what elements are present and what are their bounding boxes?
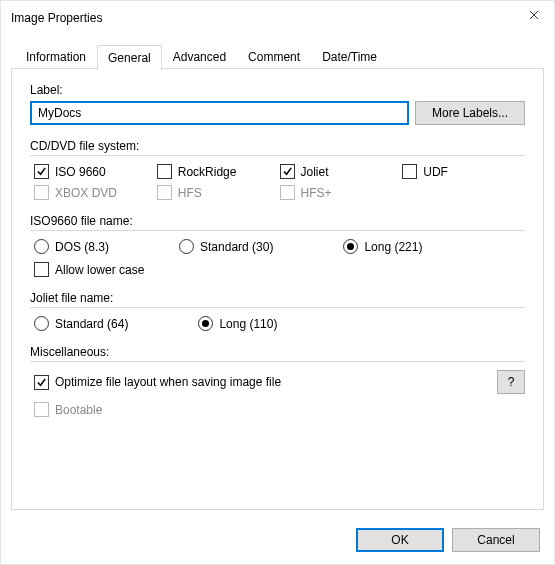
- isoname-group: ISO9660 file name: DOS (8.3) Standard (3…: [30, 214, 525, 277]
- tab-datetime[interactable]: Date/Time: [311, 45, 388, 69]
- tabpage-general: Label: More Labels... CD/DVD file system…: [11, 69, 544, 510]
- radio-iso-dos[interactable]: DOS (8.3): [34, 239, 109, 254]
- checkbox-iso9660[interactable]: ISO 9660: [34, 164, 157, 179]
- checkbox-hfs: HFS: [157, 185, 280, 200]
- radio-joliet-long[interactable]: Long (110): [198, 316, 277, 331]
- close-icon: [529, 10, 539, 20]
- checkbox-joliet-label: Joliet: [301, 165, 329, 179]
- checkbox-bootable-label: Bootable: [55, 403, 102, 417]
- filesystem-group: CD/DVD file system: ISO 9660 RockRidge J…: [30, 139, 525, 200]
- radio-joliet-standard-label: Standard (64): [55, 317, 128, 331]
- misc-group: Miscellaneous: Optimize file layout when…: [30, 345, 525, 417]
- dialog-footer: OK Cancel: [1, 520, 554, 564]
- label-caption: Label:: [30, 83, 525, 97]
- tabstrip: Information General Advanced Comment Dat…: [1, 35, 554, 69]
- checkbox-allow-lowercase-label: Allow lower case: [55, 263, 144, 277]
- checkbox-udf-label: UDF: [423, 165, 448, 179]
- help-button[interactable]: ?: [497, 370, 525, 394]
- checkbox-hfsplus: HFS+: [280, 185, 403, 200]
- tab-general[interactable]: General: [97, 45, 162, 70]
- label-section: Label: More Labels...: [30, 83, 525, 125]
- tab-information[interactable]: Information: [15, 45, 97, 69]
- radio-joliet-long-label: Long (110): [219, 317, 277, 331]
- radio-iso-standard[interactable]: Standard (30): [179, 239, 273, 254]
- window-title: Image Properties: [11, 11, 102, 25]
- checkbox-optimize[interactable]: Optimize file layout when saving image f…: [34, 375, 281, 390]
- checkbox-xboxdvd: XBOX DVD: [34, 185, 157, 200]
- radio-joliet-standard[interactable]: Standard (64): [34, 316, 128, 331]
- tab-advanced[interactable]: Advanced: [162, 45, 237, 69]
- checkbox-rockridge-label: RockRidge: [178, 165, 237, 179]
- checkbox-hfs-label: HFS: [178, 186, 202, 200]
- checkbox-udf[interactable]: UDF: [402, 164, 525, 179]
- checkbox-optimize-label: Optimize file layout when saving image f…: [55, 375, 281, 389]
- checkbox-xboxdvd-label: XBOX DVD: [55, 186, 117, 200]
- cancel-button[interactable]: Cancel: [452, 528, 540, 552]
- radio-iso-long-label: Long (221): [364, 240, 422, 254]
- titlebar: Image Properties: [1, 1, 554, 35]
- tab-comment[interactable]: Comment: [237, 45, 311, 69]
- isoname-title: ISO9660 file name:: [30, 214, 525, 228]
- checkbox-iso9660-label: ISO 9660: [55, 165, 106, 179]
- filesystem-title: CD/DVD file system:: [30, 139, 525, 153]
- checkbox-joliet[interactable]: Joliet: [280, 164, 403, 179]
- label-input[interactable]: [30, 101, 409, 125]
- radio-iso-standard-label: Standard (30): [200, 240, 273, 254]
- checkbox-hfsplus-label: HFS+: [301, 186, 332, 200]
- close-button[interactable]: [514, 1, 554, 29]
- jolietname-title: Joliet file name:: [30, 291, 525, 305]
- ok-button[interactable]: OK: [356, 528, 444, 552]
- checkbox-allow-lowercase[interactable]: Allow lower case: [34, 262, 525, 277]
- image-properties-dialog: Image Properties Information General Adv…: [0, 0, 555, 565]
- checkbox-bootable: Bootable: [34, 402, 525, 417]
- radio-iso-long[interactable]: Long (221): [343, 239, 422, 254]
- more-labels-button[interactable]: More Labels...: [415, 101, 525, 125]
- misc-title: Miscellaneous:: [30, 345, 525, 359]
- checkbox-rockridge[interactable]: RockRidge: [157, 164, 280, 179]
- radio-iso-dos-label: DOS (8.3): [55, 240, 109, 254]
- jolietname-group: Joliet file name: Standard (64) Long (11…: [30, 291, 525, 331]
